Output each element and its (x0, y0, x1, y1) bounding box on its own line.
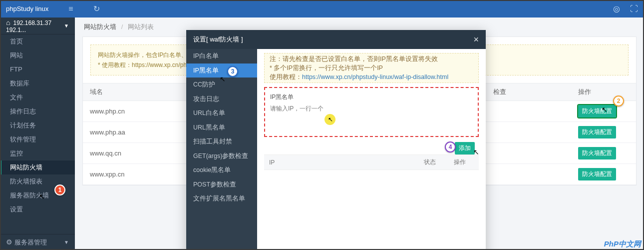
sidebar-item-ftp[interactable]: FTP (0, 62, 75, 76)
modal-close-icon[interactable]: × (473, 34, 479, 45)
server-ip-bar[interactable]: ⌂192.168.31.37 192.1... ▼ (0, 18, 75, 34)
ms-item-url-whitelist[interactable]: URL白名单 (186, 106, 257, 120)
sidebar-item-software[interactable]: 软件管理 (0, 132, 75, 146)
sidebar-item-home[interactable]: 首页 (0, 34, 75, 48)
ms-item-post-check[interactable]: POST参数检查 (186, 178, 257, 192)
col-ip: IP (264, 155, 419, 170)
caret-down-icon: ▼ (64, 234, 69, 250)
ip-blacklist-input[interactable] (270, 104, 473, 131)
sidebar-item-websites[interactable]: 网站 (0, 48, 75, 62)
ip-list-table: IP 状态 操作 (264, 154, 479, 170)
sidebar-item-logs[interactable]: 操作日志 (0, 104, 75, 118)
ms-item-ext-blacklist[interactable]: 文件扩展名黑名单 (186, 192, 257, 206)
blacklist-title: IP黑名单 (270, 93, 473, 102)
sidebar-footer-server-manage[interactable]: ⚙ 服务器管理 ▼ (0, 234, 75, 250)
annotation-badge-1: 1 (54, 184, 65, 196)
annotation-badge-2: 2 (613, 96, 624, 106)
col-actions: 操作 (571, 84, 636, 101)
breadcrumb-root[interactable]: 网站防火墙 (84, 23, 116, 30)
ms-item-get-check[interactable]: GET(args)参数检查 (186, 149, 257, 164)
annotation-badge-3: 3 (227, 66, 238, 77)
tutorial-link[interactable]: https://www.xp.cn/phpstudy-linux/waf-ip-… (302, 74, 448, 80)
cursor-highlight: ↖ (324, 114, 335, 125)
watermark: PhP中文网 (604, 240, 641, 249)
config-waf-button[interactable]: 防火墙配置 (578, 147, 616, 160)
col-status: 状态 (419, 155, 449, 170)
waf-settings-modal: 设置[ waf防火墙 ] × IP白名单 IP黑名单 CC防护 攻击日志 URL… (186, 30, 486, 250)
sidebar-item-database[interactable]: 数据库 (0, 76, 75, 90)
refresh-icon[interactable]: ↻ (93, 4, 100, 14)
cursor-icon: ↖ (39, 192, 45, 200)
col-actions: 操作 (449, 155, 479, 170)
col-check: 检查 (486, 84, 571, 101)
sidebar: ⌂192.168.31.37 192.1... ▼ 首页 网站 FTP 数据库 … (0, 18, 75, 250)
warning-box: 注：请先检查是否已设置白名单，否则IP黑名单设置将失效 * 多个IP需换行，一行… (264, 53, 479, 83)
cursor-icon: ↖ (602, 106, 608, 114)
sidebar-item-cron[interactable]: 计划任务 (0, 118, 75, 132)
config-waf-button[interactable]: 防火墙配置 (578, 126, 616, 138)
ms-item-url-blacklist[interactable]: URL黑名单 (186, 120, 257, 135)
ms-item-ip-whitelist[interactable]: IP白名单 (186, 49, 257, 64)
cursor-icon: ↖ (473, 148, 479, 156)
breadcrumb-current: 网站列表 (128, 23, 154, 30)
add-button[interactable]: 添加 (455, 142, 475, 154)
gear-icon: ⚙ (6, 238, 12, 246)
sidebar-item-monitor[interactable]: 监控 (0, 146, 75, 160)
ms-item-cookie-blacklist[interactable]: cookie黑名单 (186, 163, 257, 178)
ms-item-scan-ban[interactable]: 扫描工具封禁 (186, 134, 257, 149)
menu-toggle-icon[interactable]: ≡ (68, 4, 73, 14)
topbar: phpStudy linux ≡ ↻ ◎ ⛶ (0, 0, 644, 18)
dropdown-caret-icon: ▼ (64, 23, 69, 28)
ms-item-attack-log[interactable]: 攻击日志 (186, 92, 257, 106)
home-icon: ⌂ (6, 18, 10, 26)
brand-title: phpStudy linux (6, 5, 48, 12)
sidebar-item-waf[interactable]: 网站防火墙 (0, 160, 75, 174)
fullscreen-icon[interactable]: ⛶ (630, 4, 638, 14)
dashboard-icon[interactable]: ◎ (613, 4, 620, 14)
cursor-icon: ↖ (220, 75, 226, 83)
sidebar-item-settings[interactable]: 设置 (0, 202, 75, 216)
sidebar-item-files[interactable]: 文件 (0, 90, 75, 104)
annotation-badge-4: 4 (445, 142, 456, 152)
config-waf-button[interactable]: 防火墙配置 (578, 168, 616, 180)
modal-title: 设置[ waf防火墙 ] (193, 35, 243, 44)
ip-blacklist-box: IP黑名单 (264, 87, 479, 137)
config-waf-button[interactable]: 防火墙配置 (578, 105, 616, 118)
